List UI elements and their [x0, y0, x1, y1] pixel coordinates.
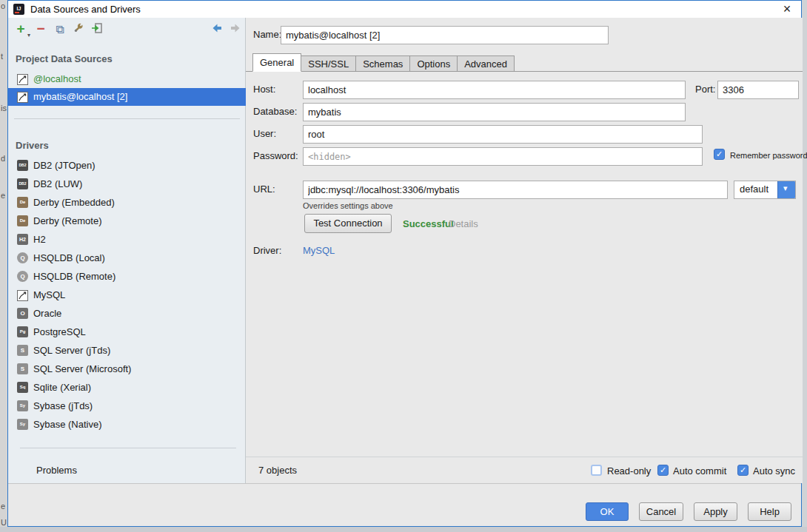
problems-section-header[interactable]: Problems — [36, 462, 77, 479]
remove-icon[interactable] — [33, 22, 48, 37]
password-input[interactable] — [303, 147, 703, 166]
close-icon[interactable] — [779, 1, 795, 16]
datasource-item-mybatis-selected[interactable]: mybatis@localhost [2] — [8, 88, 246, 106]
driver-label: HSQLDB (Local) — [33, 249, 105, 267]
tabs-divider — [246, 71, 803, 72]
driver-item-sqlserver-microsoft[interactable]: S SQL Server (Microsoft) — [8, 360, 246, 378]
chevron-down-icon — [777, 181, 795, 198]
driver-label: SQL Server (jTds) — [33, 342, 110, 360]
driver-item-sqlserver-jtds[interactable]: S SQL Server (jTds) — [8, 342, 246, 360]
drivers-header: Drivers — [16, 140, 49, 151]
add-icon[interactable] — [13, 22, 28, 37]
auto-commit-checkbox[interactable] — [657, 465, 669, 476]
import-icon[interactable] — [90, 22, 104, 37]
host-input[interactable] — [303, 81, 686, 99]
driver-label: MySQL — [33, 286, 65, 304]
tab-ssh-ssl[interactable]: SSH/SSL — [301, 55, 356, 72]
read-only-label: Read-only — [607, 465, 651, 477]
driver-item-db2-luw[interactable]: DB2 DB2 (LUW) — [8, 175, 246, 193]
driver-item-mysql[interactable]: MySQL — [8, 286, 246, 304]
cancel-button[interactable]: Cancel — [639, 502, 683, 521]
background-text-fragment: is — [1, 104, 7, 112]
sybase-icon: Sy — [17, 400, 28, 411]
driver-item-hsqldb-local[interactable]: Q HSQLDB (Local) — [8, 249, 246, 267]
h2-icon: H2 — [17, 234, 28, 245]
tab-advanced[interactable]: Advanced — [457, 55, 515, 72]
driver-item-derby-embedded[interactable]: De Derby (Embedded) — [8, 194, 246, 212]
driver-item-sybase-native[interactable]: Sy Sybase (Native) — [8, 416, 246, 434]
driver-label: Sybase (Native) — [33, 416, 101, 434]
dialog-title: Data Sources and Drivers — [30, 4, 141, 15]
screen: o t is d e e U IJ Data Sources and Drive… — [0, 0, 807, 532]
port-label: Port: — [695, 84, 715, 95]
sqlite-icon: Sq — [17, 382, 28, 393]
driver-item-sqlite-xerial[interactable]: Sq Sqlite (Xerial) — [8, 379, 246, 397]
sqlserver-icon: S — [17, 345, 28, 356]
driver-item-sybase-jtds[interactable]: Sy Sybase (jTds) — [8, 397, 246, 415]
background-text-fragment: d — [1, 154, 5, 163]
test-connection-button[interactable]: Test Connection — [304, 214, 392, 233]
connection-details-link[interactable]: Details — [449, 218, 478, 229]
driver-label: DB2 (JTOpen) — [33, 157, 96, 175]
read-only-checkbox[interactable] — [591, 465, 602, 476]
driver-value-link[interactable]: MySQL — [303, 245, 335, 256]
postgresql-icon: Pg — [17, 326, 28, 337]
database-input[interactable] — [303, 103, 686, 121]
datasource-item-localhost[interactable]: @localhost — [8, 70, 246, 88]
driver-label: Oracle — [33, 305, 61, 323]
user-input[interactable] — [303, 125, 703, 144]
tab-general[interactable]: General — [252, 53, 301, 72]
driver-label: Derby (Embedded) — [33, 194, 115, 212]
dialog-button-bar: OK Cancel Apply Help — [8, 483, 801, 526]
database-label: Database: — [253, 106, 297, 117]
driver-label: PostgreSQL — [33, 323, 86, 341]
url-preset-dropdown[interactable]: default — [734, 181, 796, 199]
remember-password-checkbox[interactable] — [714, 149, 725, 160]
auto-commit-label: Auto commit — [673, 465, 726, 477]
port-input[interactable] — [717, 81, 799, 99]
mysql-icon — [17, 91, 28, 102]
db2-icon: DB2 — [17, 178, 28, 189]
driver-label: SQL Server (Microsoft) — [33, 360, 131, 378]
url-input[interactable] — [303, 181, 728, 199]
auto-sync-checkbox[interactable] — [737, 465, 749, 476]
user-label: User: — [253, 128, 276, 139]
help-button[interactable]: Help — [748, 502, 791, 521]
db2-icon: DB2 — [17, 160, 28, 171]
duplicate-icon[interactable] — [53, 22, 67, 37]
host-label: Host: — [253, 84, 275, 95]
url-label: URL: — [253, 183, 275, 195]
tab-schemas[interactable]: Schemas — [355, 55, 410, 72]
datasource-label: mybatis@localhost [2] — [33, 88, 127, 106]
driver-item-h2[interactable]: H2 H2 — [8, 231, 246, 249]
divider — [20, 448, 236, 448]
name-input[interactable] — [281, 26, 609, 44]
background-text-fragment: U — [1, 518, 7, 527]
driver-label: HSQLDB (Remote) — [33, 268, 115, 286]
background-text-fragment: o — [1, 1, 5, 10]
url-preset-value: default — [740, 183, 769, 195]
apply-button[interactable]: Apply — [694, 502, 737, 521]
sybase-icon: Sy — [17, 419, 28, 430]
driver-label: Driver: — [253, 245, 281, 256]
driver-item-db2-jtopen[interactable]: DB2 DB2 (JTOpen) — [8, 157, 246, 175]
properties-wrench-icon[interactable] — [71, 22, 86, 37]
driver-label: Sqlite (Xerial) — [33, 379, 91, 397]
background-window-sliver — [802, 0, 807, 532]
driver-label: H2 — [33, 231, 46, 249]
ok-button[interactable]: OK — [586, 502, 629, 521]
mysql-icon — [17, 73, 28, 84]
background-text-fragment: t — [1, 52, 3, 61]
driver-label: Sybase (jTds) — [33, 397, 93, 415]
driver-item-postgresql[interactable]: Pg PostgreSQL — [8, 323, 246, 341]
hsqldb-icon: Q — [17, 271, 28, 282]
name-label: Name: — [253, 29, 281, 40]
datasource-config-panel: Name: GeneralSSH/SSLSchemasOptionsAdvanc… — [246, 18, 803, 483]
driver-item-oracle[interactable]: O Oracle — [8, 305, 246, 323]
driver-item-derby-remote[interactable]: De Derby (Remote) — [8, 212, 246, 230]
project-data-sources-header: Project Data Sources — [16, 53, 113, 64]
tab-options[interactable]: Options — [409, 55, 458, 72]
forward-arrow-icon[interactable] — [228, 22, 243, 37]
back-arrow-icon[interactable] — [210, 22, 224, 37]
driver-item-hsqldb-remote[interactable]: Q HSQLDB (Remote) — [8, 268, 246, 286]
